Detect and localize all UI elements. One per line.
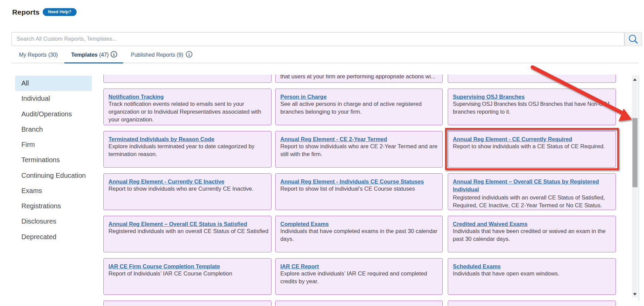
svg-text:i: i (113, 52, 115, 57)
svg-text:i: i (188, 52, 190, 57)
